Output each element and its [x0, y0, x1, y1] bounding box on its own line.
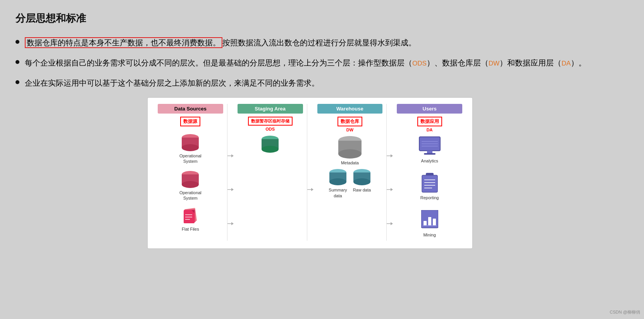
arrow-4 — [307, 186, 313, 193]
arrow-3 — [227, 221, 234, 227]
warehouse-header: Warehouse — [317, 104, 383, 114]
staging-header: Staging Area — [238, 104, 303, 114]
item-raw-data: Raw data — [352, 169, 372, 193]
bullet-dot-3 — [15, 80, 19, 84]
mining-label: Mining — [423, 232, 436, 238]
users-label-box: 数据应用 — [417, 117, 442, 126]
arrow-2 — [227, 186, 234, 193]
item-flat-files: Flat Files — [181, 207, 200, 232]
users-items: Analytics — [397, 136, 462, 241]
svg-rect-43 — [427, 151, 432, 153]
db-green-icon — [260, 135, 281, 153]
db-red-icon-1 — [180, 134, 201, 152]
staging-sublabel: ODS — [265, 127, 275, 131]
svg-point-29 — [329, 178, 346, 185]
raw-data-label: Raw data — [353, 187, 371, 193]
users-header: Users — [397, 104, 462, 114]
bullet-3-text: 企业在实际运用中可以基于这个基础分层之上添加新的层次，来满足不同的业务需求。 — [25, 76, 319, 90]
flat-files-icon — [181, 207, 200, 225]
arrow-col-2 — [307, 104, 313, 241]
bullet-dot-1 — [15, 40, 19, 44]
arrow-col-3 — [387, 104, 393, 241]
item-metadata: Metadata — [336, 136, 364, 166]
bullet-3: 企业在实际运用中可以基于这个基础分层之上添加新的层次，来满足不同的业务需求。 — [15, 76, 629, 90]
svg-point-32 — [353, 178, 370, 185]
diagram-wrapper: Data Sources 数据源 O — [147, 97, 473, 249]
analytics-label: Analytics — [421, 158, 438, 164]
diagram-inner: Data Sources 数据源 O — [154, 104, 466, 241]
item-reporting: Reporting — [420, 173, 439, 200]
warehouse-bottom: Summarydata Raw data — [328, 169, 372, 198]
arrow-1 — [227, 153, 234, 159]
svg-rect-44 — [424, 153, 436, 155]
monitor-icon — [418, 136, 442, 156]
db-red-icon-2 — [180, 171, 201, 188]
item-op-system-1: OperationalSystem — [179, 134, 201, 164]
db-teal-small-2 — [352, 169, 372, 186]
metadata-label: Metadata — [341, 160, 359, 166]
diagram-container: Data Sources 数据源 O — [147, 97, 473, 249]
op-system-2-label: OperationalSystem — [179, 190, 201, 201]
db-teal-small-1 — [328, 169, 348, 186]
warehouse-sublabel: DW — [346, 128, 353, 132]
bullet-2-text: 每个企业根据自己的业务需求可以分成不同的层次。但是最基础的分层思想，理论上分为三… — [25, 56, 586, 69]
bullet-dot-2 — [15, 60, 19, 64]
reporting-label: Reporting — [420, 195, 439, 200]
users-sublabel: DA — [427, 128, 433, 132]
section-warehouse: Warehouse 数据仓库 DW Metadata — [313, 104, 387, 241]
svg-rect-46 — [422, 175, 437, 192]
svg-point-26 — [338, 149, 362, 159]
arrow-col-1 — [227, 104, 234, 241]
staging-label-box: 数据暂存区临时存储 — [248, 117, 293, 126]
clipboard-icon — [421, 173, 438, 193]
bullet-list: 数据仓库的特点是本身不生产数据，也不最终消费数据。按照数据流入流出数仓的过程进行… — [15, 36, 629, 90]
bullet-2: 每个企业根据自己的业务需求可以分成不同的层次。但是最基础的分层思想，理论上分为三… — [15, 56, 629, 69]
flat-files-label: Flat Files — [182, 226, 199, 232]
item-summary-data: Summarydata — [328, 169, 348, 198]
datasources-header: Data Sources — [158, 104, 223, 114]
staging-items — [238, 135, 303, 153]
warehouse-label-box: 数据仓库 — [337, 117, 362, 126]
bullet-1-text: 数据仓库的特点是本身不生产数据，也不最终消费数据。按照数据流入流出数仓的过程进行… — [25, 36, 416, 49]
watermark: CSDN @柳柳俏 — [610, 309, 640, 315]
section-datasources: Data Sources 数据源 O — [154, 104, 227, 241]
item-staging-db — [260, 135, 281, 153]
op-system-1-label: OperationalSystem — [179, 153, 201, 164]
item-op-system-2: OperationalSystem — [179, 171, 201, 201]
svg-point-5 — [182, 181, 199, 188]
arrow-5 — [387, 153, 393, 159]
arrow-7 — [387, 221, 393, 227]
svg-point-2 — [182, 144, 199, 151]
item-mining: Mining — [421, 210, 438, 238]
highlight-text-1: 数据仓库的特点是本身不生产数据，也不最终消费数据。 — [25, 37, 222, 48]
summary-data-label: Summarydata — [329, 187, 347, 198]
svg-rect-53 — [428, 217, 431, 226]
item-analytics: Analytics — [418, 136, 442, 164]
arrow-6 — [387, 186, 393, 193]
svg-rect-54 — [433, 219, 436, 226]
svg-rect-52 — [424, 221, 427, 226]
warehouse-items: Metadata Summarydata — [317, 136, 383, 198]
db-big-gray-icon — [336, 136, 364, 159]
barchart-icon — [421, 210, 438, 230]
svg-point-21 — [262, 146, 279, 153]
datasources-label-box: 数据源 — [180, 117, 200, 126]
datasources-items: OperationalSystem OperationalSystem — [158, 134, 223, 232]
section-users: Users 数据应用 DA — [393, 104, 466, 241]
bullet-1: 数据仓库的特点是本身不生产数据，也不最终消费数据。按照数据流入流出数仓的过程进行… — [15, 36, 629, 49]
section-staging: Staging Area 数据暂存区临时存储 ODS — [234, 104, 307, 241]
page-title: 分层思想和标准 — [15, 12, 629, 25]
